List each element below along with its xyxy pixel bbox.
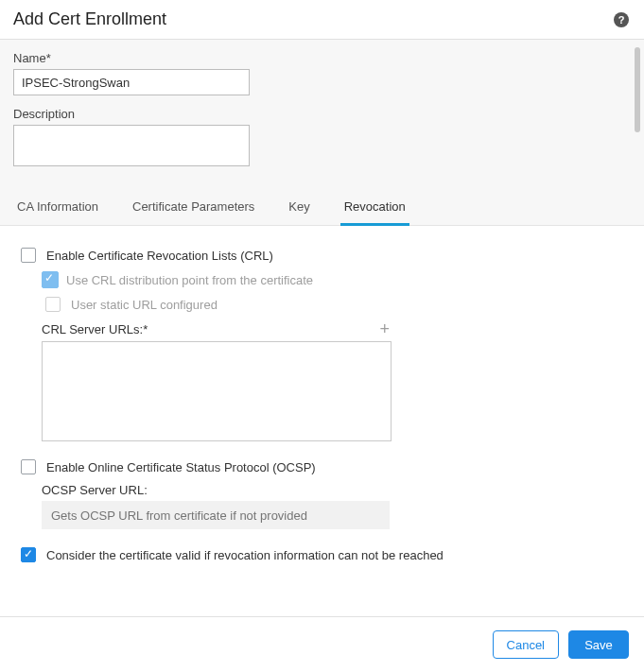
revocation-panel: Enable Certificate Revocation Lists (CRL… [0,226,644,616]
enable-ocsp-checkbox[interactable] [21,459,36,474]
add-cert-enrollment-dialog: Add Cert Enrollment ? Name* Description … [0,0,644,672]
crl-server-urls-label: CRL Server URLs:* [42,322,148,336]
enable-crl-checkbox[interactable] [21,248,36,263]
user-static-url-checkbox [45,297,61,312]
tabs: CA Information Certificate Parameters Ke… [0,190,644,226]
help-icon[interactable]: ? [614,12,629,27]
name-label: Name* [13,51,631,65]
description-field[interactable] [13,125,250,166]
tab-certificate-parameters[interactable]: Certificate Parameters [129,190,258,226]
save-button[interactable]: Save [568,630,629,659]
name-field[interactable] [13,69,250,95]
tab-ca-information[interactable]: CA Information [13,190,102,226]
add-crl-url-icon[interactable]: + [379,320,390,337]
ocsp-server-url-field [42,501,390,529]
dialog-body: Name* Description CA Information Certifi… [0,40,644,616]
consider-valid-label: Consider the certificate valid if revoca… [46,548,444,562]
enable-ocsp-label: Enable Online Certificate Status Protoco… [46,460,316,474]
enable-crl-label: Enable Certificate Revocation Lists (CRL… [46,249,273,263]
tab-key[interactable]: Key [285,190,313,226]
use-crl-dist-label: Use CRL distribution point from the cert… [66,273,313,287]
dialog-titlebar: Add Cert Enrollment ? [0,0,644,40]
ocsp-server-url-label: OCSP Server URL: [42,483,627,497]
description-label: Description [13,107,631,121]
dialog-title: Add Cert Enrollment [13,9,166,29]
crl-server-urls-list[interactable] [42,341,392,441]
use-crl-dist-checkbox[interactable] [42,271,59,288]
user-static-url-label: User static URL configured [71,298,218,312]
dialog-footer: Cancel Save [0,616,644,672]
consider-valid-checkbox[interactable] [21,547,36,562]
cancel-button[interactable]: Cancel [493,630,559,659]
scrollbar-thumb[interactable] [635,47,640,132]
tab-revocation[interactable]: Revocation [340,190,409,226]
